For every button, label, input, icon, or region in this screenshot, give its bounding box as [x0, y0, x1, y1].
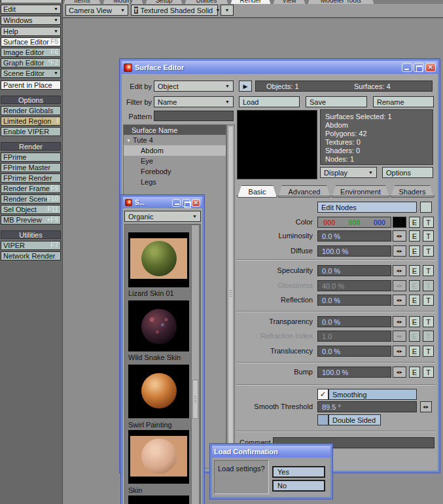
texture-button[interactable]: T	[423, 346, 434, 357]
transparency-field[interactable]: 0.0 %	[317, 316, 391, 327]
envelope-button[interactable]: E	[409, 295, 420, 306]
sidebar-item-surface-editor[interactable]: Surface EditorF5	[1, 37, 61, 46]
envelope-button[interactable]: E	[409, 367, 420, 378]
sidebar-item-graph-editor[interactable]: Graph Editor^F2	[1, 58, 61, 67]
filter-by-dropdown[interactable]: Name ▼	[154, 96, 234, 107]
value-stepper[interactable]: ◂▸	[393, 367, 406, 378]
edit-nodes-toggle[interactable]	[420, 202, 432, 213]
color-row: Color 000 000 000 E T	[220, 217, 436, 228]
smoothing-checkbox[interactable]: ✓	[317, 389, 328, 400]
dialog-message-panel: Load settings?	[214, 460, 269, 494]
minimize-button[interactable]	[402, 63, 412, 72]
shading-mode-dropdown[interactable]: T Textured Shaded Solid ▼	[131, 5, 218, 16]
preset-thumb-wild-snake-skin[interactable]	[128, 300, 189, 351]
sidebar-item-fprime-render[interactable]: FPrime Render	[1, 173, 61, 183]
value-stepper[interactable]: ◂▸	[393, 230, 406, 242]
value-stepper[interactable]: ◂▸	[393, 245, 406, 257]
envelope-button[interactable]: E	[409, 316, 420, 327]
sidebar-item-mb-preview[interactable]: MB Preview+F9	[1, 215, 61, 225]
value-stepper[interactable]: ◂▸	[420, 401, 432, 412]
value-stepper[interactable]: ◂▸	[393, 316, 406, 327]
rename-button[interactable]: Rename	[373, 96, 434, 107]
sidebar-item-parent-in-place[interactable]: Parent in Place	[1, 81, 61, 90]
sidebar-item-render-scene[interactable]: Render SceneF10	[1, 194, 61, 204]
panel-expand-button[interactable]: ▶	[239, 81, 252, 92]
surface-item-legs[interactable]: Legs	[124, 177, 226, 187]
sidebar-item-render-globals[interactable]: Render Globals	[1, 106, 61, 115]
texture-button[interactable]: T	[423, 245, 434, 257]
preset-scrollbar[interactable]	[191, 225, 200, 504]
surface-item-forebody[interactable]: Forebody	[124, 166, 226, 177]
load-button[interactable]: Load	[239, 96, 300, 107]
edit-nodes-button[interactable]: Edit Nodes	[317, 202, 417, 213]
texture-button[interactable]: T	[423, 316, 434, 327]
tab-basic[interactable]: Basic	[238, 185, 277, 198]
envelope-button[interactable]: E	[409, 265, 420, 276]
surface-editor-titlebar[interactable]: Surface Editor ✕	[122, 61, 438, 74]
display-dropdown[interactable]: Display ▼	[320, 167, 377, 178]
sidebar-item-fprime-master[interactable]: FPrime Master	[1, 163, 61, 172]
sidebar-menu-windows[interactable]: Windows▼	[1, 16, 61, 25]
preset-category-dropdown[interactable]: Organic ▼	[124, 211, 201, 222]
smooth-threshold-field[interactable]: 89.5 °	[317, 401, 417, 412]
sidebar-item-fprime[interactable]: FPrime	[1, 153, 61, 162]
sidebar-item-partial[interactable]	[1, 0, 62, 3]
texture-button: T	[423, 280, 434, 291]
sidebar-item-scene-editor[interactable]: Scene Editor▼	[1, 69, 61, 78]
close-button[interactable]: ✕	[192, 199, 200, 207]
smoothing-label[interactable]: Smoothing	[328, 389, 417, 400]
value-stepper[interactable]: ◂▸	[393, 346, 406, 357]
sidebar-item-network-render[interactable]: Network Render	[1, 251, 61, 261]
preset-thumb-lizard-skin[interactable]	[128, 232, 189, 287]
sidebar-item-image-editor[interactable]: Image EditorF6	[1, 48, 61, 57]
pattern-input[interactable]	[154, 111, 234, 121]
double-sided-label[interactable]: Double Sided	[328, 414, 381, 425]
edit-by-dropdown[interactable]: Object ▼	[154, 81, 234, 92]
yes-button[interactable]: Yes	[272, 466, 325, 478]
envelope-button[interactable]: E	[409, 245, 420, 257]
diffuse-field[interactable]: 100.0 %	[317, 245, 391, 257]
preset-titlebar[interactable]: S... ✕	[123, 197, 202, 208]
envelope-button[interactable]: E	[409, 230, 420, 242]
specularity-field[interactable]: 0.0 %	[317, 265, 391, 276]
value-stepper[interactable]: ◂▸	[393, 295, 406, 306]
reflection-field[interactable]: 0.0 %	[317, 295, 391, 306]
sidebar-menu-help[interactable]: Help▼	[1, 27, 61, 36]
maximize-button[interactable]	[182, 199, 190, 207]
no-button[interactable]: No	[272, 480, 325, 492]
options-button[interactable]: Options	[382, 167, 433, 178]
value-stepper[interactable]: ◂▸	[393, 265, 406, 276]
envelope-button[interactable]: E	[409, 346, 420, 357]
texture-button[interactable]: T	[423, 295, 434, 306]
sidebar-item-enable-viper[interactable]: Enable VIPER	[1, 127, 61, 136]
color-field[interactable]: 000 000 000	[317, 217, 391, 228]
sidebar-item-viper[interactable]: VIPERF7	[1, 241, 61, 250]
envelope-button[interactable]: E	[409, 217, 420, 228]
surface-item-abdom[interactable]: Abdom	[124, 145, 226, 156]
save-button[interactable]: Save	[306, 96, 367, 107]
translucency-field[interactable]: 0.0 %	[317, 346, 391, 357]
camera-view-dropdown[interactable]: Camera View ▼	[65, 5, 128, 16]
sidebar-menu-edit[interactable]: Edit▼	[1, 5, 61, 14]
sidebar-item-limited-region[interactable]: Limited Regionl	[1, 117, 61, 126]
bump-field[interactable]: 100.0 %	[317, 367, 391, 378]
maximize-button[interactable]	[414, 63, 424, 72]
surface-item-eye[interactable]: Eye	[124, 156, 226, 166]
luminosity-field[interactable]: 0.0 %	[317, 230, 391, 242]
preset-thumb-skin[interactable]	[128, 430, 189, 484]
sidebar-item-render-frame[interactable]: Render FrameF9	[1, 184, 61, 193]
texture-button[interactable]: T	[423, 230, 434, 242]
viewport-options-dropdown[interactable]: ▼	[221, 5, 234, 16]
preset-thumb-partial[interactable]	[128, 495, 189, 504]
texture-button[interactable]: T	[423, 367, 434, 378]
sidebar-item-sel-object[interactable]: Sel ObjectF11	[1, 205, 61, 214]
preset-thumb-swirl-painting[interactable]	[128, 365, 189, 418]
texture-button[interactable]: T	[423, 265, 434, 276]
double-sided-checkbox[interactable]	[317, 414, 328, 425]
minimize-button[interactable]	[172, 199, 181, 207]
color-swatch[interactable]	[393, 217, 406, 228]
close-button[interactable]: ✕	[425, 63, 436, 72]
texture-button[interactable]: T	[423, 217, 434, 228]
dialog-titlebar[interactable]: Load Confirmation	[212, 446, 330, 458]
surface-tree-root[interactable]: ▼ Tute 4	[124, 135, 226, 145]
